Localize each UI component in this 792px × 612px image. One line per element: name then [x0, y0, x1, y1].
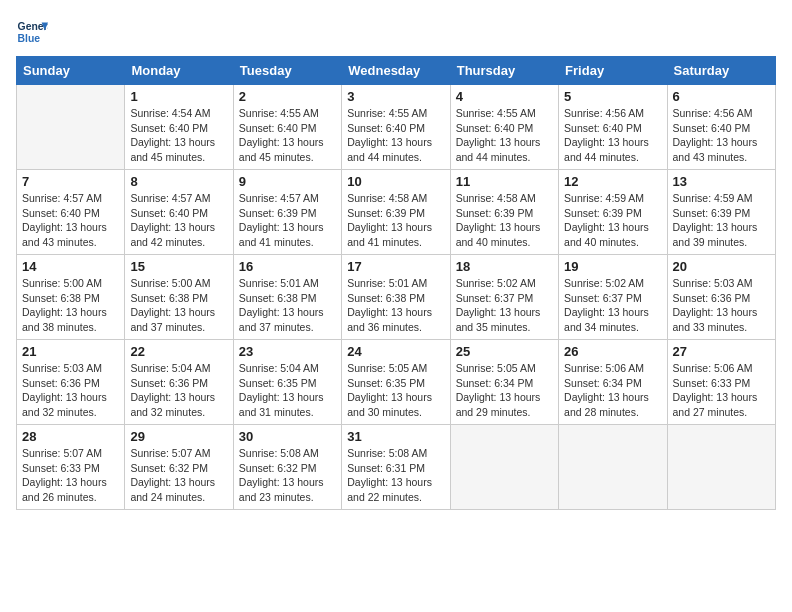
- calendar-cell: 14Sunrise: 5:00 AMSunset: 6:38 PMDayligh…: [17, 255, 125, 340]
- calendar-cell: [450, 425, 558, 510]
- calendar-cell: [559, 425, 667, 510]
- day-number: 17: [347, 259, 444, 274]
- calendar-cell: 19Sunrise: 5:02 AMSunset: 6:37 PMDayligh…: [559, 255, 667, 340]
- day-number: 1: [130, 89, 227, 104]
- weekday-header-monday: Monday: [125, 57, 233, 85]
- day-number: 31: [347, 429, 444, 444]
- day-number: 21: [22, 344, 119, 359]
- day-number: 18: [456, 259, 553, 274]
- day-info: Sunrise: 5:06 AMSunset: 6:34 PMDaylight:…: [564, 361, 661, 420]
- calendar-cell: 20Sunrise: 5:03 AMSunset: 6:36 PMDayligh…: [667, 255, 775, 340]
- calendar-cell: 23Sunrise: 5:04 AMSunset: 6:35 PMDayligh…: [233, 340, 341, 425]
- calendar-cell: 15Sunrise: 5:00 AMSunset: 6:38 PMDayligh…: [125, 255, 233, 340]
- logo: General Blue: [16, 16, 48, 48]
- day-info: Sunrise: 4:55 AMSunset: 6:40 PMDaylight:…: [347, 106, 444, 165]
- calendar-week-4: 21Sunrise: 5:03 AMSunset: 6:36 PMDayligh…: [17, 340, 776, 425]
- day-number: 19: [564, 259, 661, 274]
- day-info: Sunrise: 5:04 AMSunset: 6:35 PMDaylight:…: [239, 361, 336, 420]
- day-info: Sunrise: 4:59 AMSunset: 6:39 PMDaylight:…: [673, 191, 770, 250]
- day-info: Sunrise: 5:00 AMSunset: 6:38 PMDaylight:…: [130, 276, 227, 335]
- calendar-cell: 26Sunrise: 5:06 AMSunset: 6:34 PMDayligh…: [559, 340, 667, 425]
- weekday-header-friday: Friday: [559, 57, 667, 85]
- calendar-cell: 22Sunrise: 5:04 AMSunset: 6:36 PMDayligh…: [125, 340, 233, 425]
- day-info: Sunrise: 5:02 AMSunset: 6:37 PMDaylight:…: [456, 276, 553, 335]
- calendar-cell: 4Sunrise: 4:55 AMSunset: 6:40 PMDaylight…: [450, 85, 558, 170]
- calendar-cell: 18Sunrise: 5:02 AMSunset: 6:37 PMDayligh…: [450, 255, 558, 340]
- day-number: 22: [130, 344, 227, 359]
- calendar-cell: 6Sunrise: 4:56 AMSunset: 6:40 PMDaylight…: [667, 85, 775, 170]
- day-number: 27: [673, 344, 770, 359]
- calendar-cell: 12Sunrise: 4:59 AMSunset: 6:39 PMDayligh…: [559, 170, 667, 255]
- calendar-cell: 8Sunrise: 4:57 AMSunset: 6:40 PMDaylight…: [125, 170, 233, 255]
- calendar-cell: 25Sunrise: 5:05 AMSunset: 6:34 PMDayligh…: [450, 340, 558, 425]
- day-info: Sunrise: 5:08 AMSunset: 6:31 PMDaylight:…: [347, 446, 444, 505]
- day-info: Sunrise: 4:55 AMSunset: 6:40 PMDaylight:…: [239, 106, 336, 165]
- calendar-cell: 17Sunrise: 5:01 AMSunset: 6:38 PMDayligh…: [342, 255, 450, 340]
- calendar-cell: 24Sunrise: 5:05 AMSunset: 6:35 PMDayligh…: [342, 340, 450, 425]
- calendar-cell: 28Sunrise: 5:07 AMSunset: 6:33 PMDayligh…: [17, 425, 125, 510]
- calendar-cell: 7Sunrise: 4:57 AMSunset: 6:40 PMDaylight…: [17, 170, 125, 255]
- day-number: 14: [22, 259, 119, 274]
- day-number: 8: [130, 174, 227, 189]
- day-number: 4: [456, 89, 553, 104]
- day-number: 28: [22, 429, 119, 444]
- day-info: Sunrise: 5:01 AMSunset: 6:38 PMDaylight:…: [239, 276, 336, 335]
- day-number: 7: [22, 174, 119, 189]
- day-info: Sunrise: 4:56 AMSunset: 6:40 PMDaylight:…: [673, 106, 770, 165]
- day-info: Sunrise: 5:07 AMSunset: 6:32 PMDaylight:…: [130, 446, 227, 505]
- calendar-cell: 27Sunrise: 5:06 AMSunset: 6:33 PMDayligh…: [667, 340, 775, 425]
- calendar-week-1: 1Sunrise: 4:54 AMSunset: 6:40 PMDaylight…: [17, 85, 776, 170]
- day-info: Sunrise: 4:58 AMSunset: 6:39 PMDaylight:…: [347, 191, 444, 250]
- day-number: 30: [239, 429, 336, 444]
- calendar-week-2: 7Sunrise: 4:57 AMSunset: 6:40 PMDaylight…: [17, 170, 776, 255]
- weekday-header-saturday: Saturday: [667, 57, 775, 85]
- day-number: 5: [564, 89, 661, 104]
- day-info: Sunrise: 5:05 AMSunset: 6:35 PMDaylight:…: [347, 361, 444, 420]
- calendar-cell: 3Sunrise: 4:55 AMSunset: 6:40 PMDaylight…: [342, 85, 450, 170]
- day-info: Sunrise: 4:57 AMSunset: 6:39 PMDaylight:…: [239, 191, 336, 250]
- day-number: 15: [130, 259, 227, 274]
- day-info: Sunrise: 4:54 AMSunset: 6:40 PMDaylight:…: [130, 106, 227, 165]
- day-number: 25: [456, 344, 553, 359]
- calendar-cell: 31Sunrise: 5:08 AMSunset: 6:31 PMDayligh…: [342, 425, 450, 510]
- day-number: 26: [564, 344, 661, 359]
- day-info: Sunrise: 4:59 AMSunset: 6:39 PMDaylight:…: [564, 191, 661, 250]
- svg-text:Blue: Blue: [18, 33, 41, 44]
- day-number: 10: [347, 174, 444, 189]
- day-number: 6: [673, 89, 770, 104]
- day-info: Sunrise: 4:56 AMSunset: 6:40 PMDaylight:…: [564, 106, 661, 165]
- day-info: Sunrise: 4:57 AMSunset: 6:40 PMDaylight:…: [130, 191, 227, 250]
- day-info: Sunrise: 4:55 AMSunset: 6:40 PMDaylight:…: [456, 106, 553, 165]
- calendar-week-3: 14Sunrise: 5:00 AMSunset: 6:38 PMDayligh…: [17, 255, 776, 340]
- calendar-cell: 29Sunrise: 5:07 AMSunset: 6:32 PMDayligh…: [125, 425, 233, 510]
- day-info: Sunrise: 5:06 AMSunset: 6:33 PMDaylight:…: [673, 361, 770, 420]
- day-number: 12: [564, 174, 661, 189]
- weekday-header-row: SundayMondayTuesdayWednesdayThursdayFrid…: [17, 57, 776, 85]
- calendar-cell: 2Sunrise: 4:55 AMSunset: 6:40 PMDaylight…: [233, 85, 341, 170]
- calendar-cell: 13Sunrise: 4:59 AMSunset: 6:39 PMDayligh…: [667, 170, 775, 255]
- day-number: 11: [456, 174, 553, 189]
- calendar-cell: 30Sunrise: 5:08 AMSunset: 6:32 PMDayligh…: [233, 425, 341, 510]
- day-number: 29: [130, 429, 227, 444]
- calendar-cell: [17, 85, 125, 170]
- day-info: Sunrise: 5:02 AMSunset: 6:37 PMDaylight:…: [564, 276, 661, 335]
- logo-icon: General Blue: [16, 16, 48, 48]
- page-header: General Blue: [16, 16, 776, 48]
- day-info: Sunrise: 5:03 AMSunset: 6:36 PMDaylight:…: [22, 361, 119, 420]
- calendar-cell: [667, 425, 775, 510]
- day-number: 16: [239, 259, 336, 274]
- day-info: Sunrise: 5:01 AMSunset: 6:38 PMDaylight:…: [347, 276, 444, 335]
- weekday-header-thursday: Thursday: [450, 57, 558, 85]
- day-number: 24: [347, 344, 444, 359]
- calendar-cell: 5Sunrise: 4:56 AMSunset: 6:40 PMDaylight…: [559, 85, 667, 170]
- day-info: Sunrise: 5:07 AMSunset: 6:33 PMDaylight:…: [22, 446, 119, 505]
- day-info: Sunrise: 5:00 AMSunset: 6:38 PMDaylight:…: [22, 276, 119, 335]
- day-number: 20: [673, 259, 770, 274]
- weekday-header-wednesday: Wednesday: [342, 57, 450, 85]
- day-number: 13: [673, 174, 770, 189]
- day-info: Sunrise: 4:58 AMSunset: 6:39 PMDaylight:…: [456, 191, 553, 250]
- day-info: Sunrise: 5:03 AMSunset: 6:36 PMDaylight:…: [673, 276, 770, 335]
- day-info: Sunrise: 4:57 AMSunset: 6:40 PMDaylight:…: [22, 191, 119, 250]
- day-number: 9: [239, 174, 336, 189]
- day-number: 23: [239, 344, 336, 359]
